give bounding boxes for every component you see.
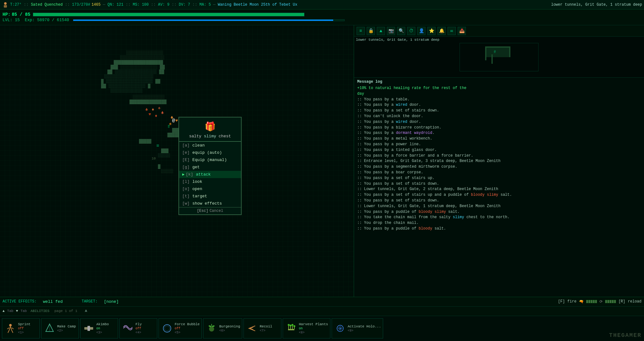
msg-stairs-up1: :: You pass by a set of stairs up. (357, 176, 641, 181)
right-stat-area (354, 9, 644, 25)
toolbar-star-icon[interactable]: ⭐ (427, 27, 436, 35)
harvestplants-text: Harvest Plants on <8> (299, 322, 328, 334)
watermark: THEGAMER (609, 332, 641, 338)
sprint-key: <1> (18, 331, 31, 334)
game-area[interactable]: ░░░░░░░░░░░░░░░ ░░░░░░░░░░░░░░░░░░ ▓▓▓▓▓… (0, 25, 354, 297)
mini-map-wall2 (509, 48, 510, 57)
ammo-pip-r3 (610, 300, 611, 303)
menu-item-look[interactable]: [l] look (179, 178, 241, 185)
toolbar-timer-icon[interactable]: ⏱ (407, 27, 415, 35)
location-label: Waning Beetle Moon 25th of Tebet Ux (218, 3, 297, 7)
reload-key: [R] (618, 299, 625, 304)
svg-point-26 (292, 324, 293, 326)
akimbo-icon (82, 322, 95, 335)
hotbar-harvestplants[interactable]: Harvest Plants on <8> (283, 318, 330, 338)
top-bar: T:27° :: Sated Quenched :: 173/270# 1465… (0, 0, 644, 9)
msg-unlock: :: You can't unlock the door. (357, 114, 641, 119)
ammo-pip-2 (588, 300, 590, 303)
sprint-name: Sprint (18, 322, 31, 326)
menu-label-equip-manual: Equip (manual) (192, 158, 227, 162)
fly-text: Fly off <4> (135, 322, 142, 334)
active-effects-value: well fed (43, 299, 63, 304)
hotbar-akimbo[interactable]: Akimbo on <3> (80, 318, 118, 338)
exp-display: Exp: 58970 / 61540 (25, 18, 69, 22)
ammo-pip-r4 (612, 300, 614, 303)
item-name-type: chest (219, 134, 231, 139)
ammo-pip-r5 (614, 300, 616, 303)
hotbar-recoil[interactable]: Recoil <7> (244, 318, 281, 338)
ammo-pip-5 (595, 300, 597, 303)
toolbar-bell-icon[interactable]: 🔔 (437, 27, 446, 35)
toolbar-character-icon[interactable]: 👤 (417, 27, 425, 35)
toolbar-map-icon[interactable]: ▲ (377, 27, 385, 35)
harvestplants-icon (285, 322, 298, 335)
toolbar-menu-icon[interactable]: ≡ (357, 27, 365, 35)
menu-item-equip-manual[interactable]: [E] Equip (manual) (179, 156, 241, 164)
hotbar-forcebubble[interactable]: Force Bubble off <5> (159, 318, 202, 338)
makecamp-name: Make Camp (57, 325, 76, 328)
toolbar-lock-icon[interactable]: 🔒 (367, 27, 375, 35)
svg-line-3 (9, 326, 10, 330)
msg-waydroid: :: You pass by a dormant waydroid. (357, 130, 641, 136)
menu-item-get[interactable]: [g] get (179, 164, 241, 171)
mini-map-location: lower tunnels, Grit Gate, 1 stratum deep (356, 38, 439, 42)
svg-point-24 (288, 324, 290, 326)
activateholo-text: Activate Holo... <9> (348, 325, 381, 332)
sublocation-label: lower tunnels, Grit Gate, 1 stratum deep (551, 3, 642, 7)
hp-bar-fill (33, 13, 304, 16)
ammo-pip-4 (593, 300, 595, 303)
msg-table: :: You pass by a table. (357, 97, 641, 102)
toolbar-mail-icon[interactable]: ✉ (448, 27, 456, 35)
hotbar-burgeoning[interactable]: Burgeoning <6> (203, 318, 242, 338)
menu-item-target[interactable]: [t] target (179, 193, 241, 200)
fire-label: fire (567, 299, 576, 304)
lvl-label: LVL: 15 (3, 18, 20, 22)
abilities-tab-label2: Tab (21, 309, 27, 313)
ammo-pip-r1 (605, 300, 607, 303)
ammo-pip-r2 (607, 300, 609, 303)
msg-stairs-down2: :: You pass by a set of stairs down. (357, 181, 641, 187)
toolbar-camera-icon[interactable]: 📷 (387, 27, 395, 35)
hp-bar (33, 13, 304, 16)
terrain: ░░░░░░░░░░░░░░░ ░░░░░░░░░░░░░░░░░░ ▓▓▓▓▓… (0, 25, 354, 297)
toolbar-export-icon[interactable]: 📤 (458, 27, 466, 35)
target-label: TARGET: (81, 299, 97, 304)
sprint-status: off (18, 327, 31, 330)
menu-item-clean[interactable]: [a] clean (179, 142, 241, 149)
menu-item-open[interactable]: [o] open (179, 185, 241, 193)
forcebubble-text: Force Bubble off <5> (175, 322, 200, 334)
svg-line-4 (10, 326, 12, 330)
fire-reload-area: [F] fire 🔫 ⟳ [R] reload (558, 299, 641, 304)
akimbo-status: on (96, 327, 109, 330)
toolbar-search-icon[interactable]: 🔍 (397, 27, 405, 35)
msg-drop: :: You drop the chain mail. (357, 220, 641, 226)
svg-point-0 (4, 2, 7, 5)
abilities-tab-up: ▲ (3, 309, 5, 313)
menu-item-equip-auto[interactable]: [e] equip (auto) (179, 149, 241, 156)
activateholo-icon (334, 322, 346, 335)
hotbar-activateholo[interactable]: Activate Holo... <9> (332, 318, 383, 338)
msg-lower-tunnels1: :: Lower tunnels, Grit Gate, 2 strata de… (357, 187, 641, 192)
hotbar-makecamp[interactable]: Make Camp <2> (41, 318, 79, 338)
mini-map: lower tunnels, Grit Gate, 1 stratum deep… (354, 37, 644, 78)
makecamp-text: Make Camp <2> (57, 325, 76, 332)
context-menu: 🎁 salty slimy chest [a] clean [e] equip (178, 117, 242, 215)
msg-wired-door1: :: You pass by a wired door. (357, 102, 641, 108)
abilities-row: ▲ Tab ▼ Tab ABILITIES page 1 of 1 A (0, 307, 644, 316)
hotbar-fly[interactable]: Fly off <4> (119, 318, 157, 338)
burgeoning-name: Burgeoning (219, 325, 240, 328)
menu-item-attack[interactable]: ▶ [k] attack (179, 171, 241, 178)
sep1: :: (24, 2, 29, 7)
hotbar-sprint[interactable]: Sprint off <1> (2, 318, 40, 338)
sprint-icon (4, 322, 17, 335)
sep5: :: (151, 2, 156, 7)
cancel-key: [Esc] (197, 209, 208, 213)
av-label: AV: 9 (158, 3, 169, 7)
menu-item-show-effects[interactable]: [w] show effects (179, 200, 241, 207)
msg-powerline: :: You pass by a power line. (357, 142, 641, 147)
sep2: :: (65, 2, 70, 7)
exp-bar-fill (73, 20, 334, 21)
harvestplants-status: on (299, 327, 328, 330)
msg-healing: +10% to natural healing rate for the res… (357, 86, 641, 91)
sprint-text: Sprint off <1> (18, 322, 31, 334)
